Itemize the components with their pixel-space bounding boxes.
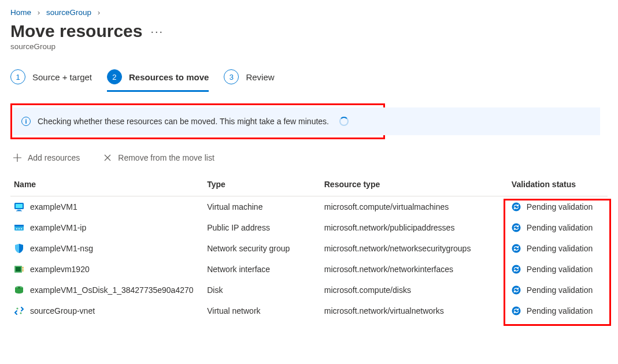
resource-type: microsoft.network/virtualnetworks (321, 300, 508, 321)
breadcrumb: Home › sourceGroup › (10, 8, 608, 17)
step-label: Resources to move (129, 72, 209, 82)
resource-name: examplevm1920 (30, 265, 90, 274)
page-title: Move resources (10, 21, 142, 41)
stepper: 1 Source + target 2 Resources to move 3 … (10, 66, 608, 92)
remove-from-list-button[interactable]: Remove from the move list (103, 153, 214, 162)
sync-icon (512, 306, 521, 315)
resource-type-friendly: Network interface (203, 259, 321, 280)
plus-icon (13, 153, 22, 162)
resource-name: exampleVM1-nsg (30, 244, 93, 253)
info-banner: i Checking whether these resources can b… (13, 107, 600, 135)
col-header-name[interactable]: Name (10, 173, 203, 196)
resource-type-friendly: Virtual machine (203, 196, 321, 218)
step-resources-to-move[interactable]: 2 Resources to move (107, 66, 209, 92)
validation-status: Pending validation (527, 265, 593, 274)
vnet-icon (14, 306, 24, 316)
resource-type: microsoft.compute/virtualmachines (321, 196, 508, 218)
sync-icon (512, 202, 521, 211)
step-number: 3 (224, 69, 239, 84)
table-row[interactable]: exampleVM1Virtual machinemicrosoft.compu… (10, 196, 608, 218)
vm-icon (14, 202, 24, 212)
ip-icon (14, 222, 24, 233)
toolbar-label: Remove from the move list (118, 153, 214, 162)
breadcrumb-home[interactable]: Home (10, 8, 31, 17)
validation-status: Pending validation (527, 285, 593, 295)
resource-name: exampleVM1 (30, 202, 77, 211)
toolbar-label: Add resources (28, 153, 80, 162)
table-row[interactable]: exampleVM1-ipPublic IP addressmicrosoft.… (10, 217, 608, 238)
step-label: Review (246, 72, 274, 82)
step-review[interactable]: 3 Review (224, 66, 274, 92)
toolbar: Add resources Remove from the move list (10, 147, 608, 173)
sync-icon (512, 265, 521, 274)
col-header-status[interactable]: Validation status (508, 173, 608, 196)
resource-type-friendly: Disk (203, 280, 321, 300)
resource-name: exampleVM1_OsDisk_1_38427735e90a4270 (30, 285, 194, 295)
resource-type: microsoft.compute/disks (321, 280, 508, 300)
step-label: Source + target (32, 72, 92, 82)
table-row[interactable]: exampleVM1-nsgNetwork security groupmicr… (10, 238, 608, 259)
step-number: 1 (10, 69, 25, 84)
disk-icon (14, 285, 24, 295)
add-resources-button[interactable]: Add resources (13, 153, 80, 162)
table-row[interactable]: sourceGroup-vnetVirtual networkmicrosoft… (10, 300, 608, 321)
table-row[interactable]: examplevm1920Network interfacemicrosoft.… (10, 259, 608, 280)
sync-icon (512, 223, 521, 232)
spinner-icon (339, 117, 349, 126)
nsg-icon (14, 243, 24, 254)
resource-type: microsoft.network/publicipaddresses (321, 217, 508, 238)
resource-type: microsoft.network/networkinterfaces (321, 259, 508, 280)
resource-type: microsoft.network/networksecuritygroups (321, 238, 508, 259)
resource-type-friendly: Network security group (203, 238, 321, 259)
validation-status: Pending validation (527, 223, 593, 232)
close-icon (103, 153, 112, 162)
info-icon: i (21, 117, 31, 126)
sync-icon (512, 244, 521, 253)
breadcrumb-group[interactable]: sourceGroup (46, 8, 91, 17)
banner-text: Checking whether these resources can be … (38, 117, 329, 126)
banner-highlight: i Checking whether these resources can b… (10, 103, 385, 139)
resources-table: Name Type Resource type Validation statu… (10, 173, 608, 321)
sync-icon (512, 285, 521, 295)
resource-name: sourceGroup-vnet (30, 306, 95, 315)
resource-type-friendly: Public IP address (203, 217, 321, 238)
resource-name: exampleVM1-ip (30, 223, 86, 232)
step-number: 2 (107, 69, 122, 84)
validation-status: Pending validation (527, 306, 593, 315)
chevron-right-icon: › (98, 8, 101, 17)
validation-status: Pending validation (527, 244, 593, 253)
chevron-right-icon: › (38, 8, 40, 17)
resource-type-friendly: Virtual network (203, 300, 321, 321)
validation-status: Pending validation (527, 202, 593, 211)
nic-icon (14, 264, 24, 274)
step-source-target[interactable]: 1 Source + target (10, 66, 92, 92)
col-header-type[interactable]: Type (203, 173, 321, 196)
page-subtitle: sourceGroup (10, 42, 608, 51)
more-actions-button[interactable]: ··· (150, 25, 164, 38)
table-row[interactable]: exampleVM1_OsDisk_1_38427735e90a4270Disk… (10, 280, 608, 300)
col-header-resource-type[interactable]: Resource type (321, 173, 508, 196)
